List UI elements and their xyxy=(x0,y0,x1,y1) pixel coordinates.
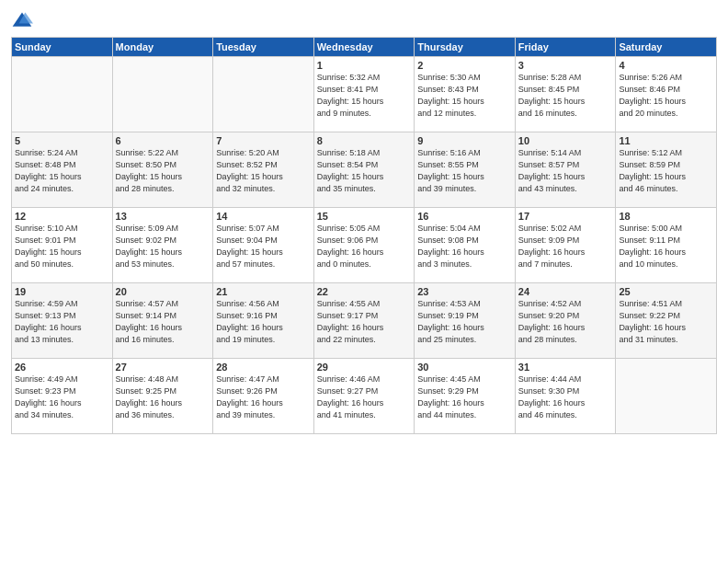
calendar-week-row: 5Sunrise: 5:24 AM Sunset: 8:48 PM Daylig… xyxy=(12,132,717,208)
day-number: 21 xyxy=(216,286,311,297)
day-number: 11 xyxy=(619,135,713,146)
calendar-cell: 21Sunrise: 4:56 AM Sunset: 9:16 PM Dayli… xyxy=(213,283,314,359)
day-number: 18 xyxy=(619,211,713,222)
day-info: Sunrise: 5:02 AM Sunset: 9:09 PM Dayligh… xyxy=(518,223,613,270)
calendar-cell: 11Sunrise: 5:12 AM Sunset: 8:59 PM Dayli… xyxy=(616,132,717,208)
calendar-cell: 30Sunrise: 4:45 AM Sunset: 9:29 PM Dayli… xyxy=(415,359,516,434)
calendar-cell: 19Sunrise: 4:59 AM Sunset: 9:13 PM Dayli… xyxy=(12,283,113,359)
day-number: 13 xyxy=(116,211,210,222)
day-number: 12 xyxy=(15,211,109,222)
day-info: Sunrise: 5:20 AM Sunset: 8:52 PM Dayligh… xyxy=(216,147,311,195)
day-number: 16 xyxy=(417,211,512,222)
calendar-cell: 28Sunrise: 4:47 AM Sunset: 9:26 PM Dayli… xyxy=(213,359,314,434)
day-number: 19 xyxy=(15,286,109,297)
calendar-cell: 26Sunrise: 4:49 AM Sunset: 9:23 PM Dayli… xyxy=(12,359,113,434)
calendar-cell: 15Sunrise: 5:05 AM Sunset: 9:06 PM Dayli… xyxy=(313,208,415,283)
calendar-cell: 6Sunrise: 5:22 AM Sunset: 8:50 PM Daylig… xyxy=(112,132,213,208)
calendar-cell: 17Sunrise: 5:02 AM Sunset: 9:09 PM Dayli… xyxy=(515,208,616,283)
day-number: 5 xyxy=(15,135,109,146)
weekday-header-thursday: Thursday xyxy=(415,38,516,57)
calendar-cell: 12Sunrise: 5:10 AM Sunset: 9:01 PM Dayli… xyxy=(12,208,113,283)
calendar-cell xyxy=(616,359,717,434)
day-info: Sunrise: 4:47 AM Sunset: 9:26 PM Dayligh… xyxy=(216,373,311,421)
day-info: Sunrise: 4:56 AM Sunset: 9:16 PM Dayligh… xyxy=(216,298,311,346)
day-info: Sunrise: 4:59 AM Sunset: 9:13 PM Dayligh… xyxy=(15,298,109,346)
calendar-cell: 16Sunrise: 5:04 AM Sunset: 9:08 PM Dayli… xyxy=(415,208,516,283)
day-info: Sunrise: 4:45 AM Sunset: 9:29 PM Dayligh… xyxy=(417,373,512,421)
day-info: Sunrise: 4:53 AM Sunset: 9:19 PM Dayligh… xyxy=(417,298,512,346)
day-number: 9 xyxy=(417,135,512,146)
day-number: 23 xyxy=(417,286,512,297)
day-info: Sunrise: 5:05 AM Sunset: 9:06 PM Dayligh… xyxy=(317,223,412,270)
calendar-week-row: 1Sunrise: 5:32 AM Sunset: 8:41 PM Daylig… xyxy=(12,57,717,132)
day-info: Sunrise: 5:00 AM Sunset: 9:11 PM Dayligh… xyxy=(619,223,713,270)
weekday-header-tuesday: Tuesday xyxy=(213,38,314,57)
day-info: Sunrise: 5:04 AM Sunset: 9:08 PM Dayligh… xyxy=(417,223,512,270)
header xyxy=(11,9,717,31)
calendar-cell: 2Sunrise: 5:30 AM Sunset: 8:43 PM Daylig… xyxy=(415,57,516,132)
day-info: Sunrise: 5:24 AM Sunset: 8:48 PM Dayligh… xyxy=(15,147,109,195)
calendar-cell: 23Sunrise: 4:53 AM Sunset: 9:19 PM Dayli… xyxy=(415,283,516,359)
calendar-cell: 29Sunrise: 4:46 AM Sunset: 9:27 PM Dayli… xyxy=(313,359,415,434)
day-info: Sunrise: 5:09 AM Sunset: 9:02 PM Dayligh… xyxy=(116,223,210,270)
weekday-header-saturday: Saturday xyxy=(616,38,717,57)
calendar-cell: 24Sunrise: 4:52 AM Sunset: 9:20 PM Dayli… xyxy=(515,283,616,359)
calendar-cell: 13Sunrise: 5:09 AM Sunset: 9:02 PM Dayli… xyxy=(112,208,213,283)
day-info: Sunrise: 5:18 AM Sunset: 8:54 PM Dayligh… xyxy=(317,147,412,195)
day-info: Sunrise: 5:32 AM Sunset: 8:41 PM Dayligh… xyxy=(317,72,412,120)
day-number: 6 xyxy=(116,135,210,146)
day-number: 14 xyxy=(216,211,311,222)
calendar-cell: 22Sunrise: 4:55 AM Sunset: 9:17 PM Dayli… xyxy=(313,283,415,359)
logo xyxy=(11,9,37,31)
calendar-table: SundayMondayTuesdayWednesdayThursdayFrid… xyxy=(11,37,717,434)
calendar-cell: 31Sunrise: 4:44 AM Sunset: 9:30 PM Dayli… xyxy=(515,359,616,434)
calendar-cell: 8Sunrise: 5:18 AM Sunset: 8:54 PM Daylig… xyxy=(313,132,415,208)
day-number: 7 xyxy=(216,135,311,146)
weekday-header-sunday: Sunday xyxy=(12,38,113,57)
day-number: 27 xyxy=(116,362,210,373)
day-number: 31 xyxy=(518,362,613,373)
day-info: Sunrise: 4:49 AM Sunset: 9:23 PM Dayligh… xyxy=(15,373,109,421)
day-number: 17 xyxy=(518,211,613,222)
day-number: 30 xyxy=(417,362,512,373)
day-info: Sunrise: 5:10 AM Sunset: 9:01 PM Dayligh… xyxy=(15,223,109,270)
day-info: Sunrise: 4:48 AM Sunset: 9:25 PM Dayligh… xyxy=(116,373,210,421)
day-info: Sunrise: 4:46 AM Sunset: 9:27 PM Dayligh… xyxy=(317,373,412,421)
day-number: 15 xyxy=(317,211,412,222)
calendar-cell: 10Sunrise: 5:14 AM Sunset: 8:57 PM Dayli… xyxy=(515,132,616,208)
weekday-header-wednesday: Wednesday xyxy=(313,38,415,57)
calendar-cell: 14Sunrise: 5:07 AM Sunset: 9:04 PM Dayli… xyxy=(213,208,314,283)
calendar-cell: 4Sunrise: 5:26 AM Sunset: 8:46 PM Daylig… xyxy=(616,57,717,132)
calendar-cell xyxy=(112,57,213,132)
day-info: Sunrise: 4:55 AM Sunset: 9:17 PM Dayligh… xyxy=(317,298,412,346)
day-info: Sunrise: 5:22 AM Sunset: 8:50 PM Dayligh… xyxy=(116,147,210,195)
day-info: Sunrise: 5:07 AM Sunset: 9:04 PM Dayligh… xyxy=(216,223,311,270)
calendar-cell xyxy=(12,57,113,132)
day-number: 26 xyxy=(15,362,109,373)
day-number: 1 xyxy=(317,60,412,71)
day-info: Sunrise: 5:16 AM Sunset: 8:55 PM Dayligh… xyxy=(417,147,512,195)
calendar-cell: 3Sunrise: 5:28 AM Sunset: 8:45 PM Daylig… xyxy=(515,57,616,132)
day-number: 4 xyxy=(619,60,713,71)
calendar-cell: 7Sunrise: 5:20 AM Sunset: 8:52 PM Daylig… xyxy=(213,132,314,208)
day-info: Sunrise: 4:57 AM Sunset: 9:14 PM Dayligh… xyxy=(116,298,210,346)
day-info: Sunrise: 5:30 AM Sunset: 8:43 PM Dayligh… xyxy=(417,72,512,120)
calendar-cell: 20Sunrise: 4:57 AM Sunset: 9:14 PM Dayli… xyxy=(112,283,213,359)
day-info: Sunrise: 4:52 AM Sunset: 9:20 PM Dayligh… xyxy=(518,298,613,346)
day-info: Sunrise: 5:14 AM Sunset: 8:57 PM Dayligh… xyxy=(518,147,613,195)
day-info: Sunrise: 5:28 AM Sunset: 8:45 PM Dayligh… xyxy=(518,72,613,120)
calendar-cell: 9Sunrise: 5:16 AM Sunset: 8:55 PM Daylig… xyxy=(415,132,516,208)
calendar-cell: 27Sunrise: 4:48 AM Sunset: 9:25 PM Dayli… xyxy=(112,359,213,434)
day-number: 24 xyxy=(518,286,613,297)
weekday-header-monday: Monday xyxy=(112,38,213,57)
logo-icon xyxy=(11,9,33,31)
day-info: Sunrise: 5:26 AM Sunset: 8:46 PM Dayligh… xyxy=(619,72,713,120)
calendar-week-row: 12Sunrise: 5:10 AM Sunset: 9:01 PM Dayli… xyxy=(12,208,717,283)
calendar-page: SundayMondayTuesdayWednesdayThursdayFrid… xyxy=(0,0,728,563)
day-info: Sunrise: 4:44 AM Sunset: 9:30 PM Dayligh… xyxy=(518,373,613,421)
day-info: Sunrise: 5:12 AM Sunset: 8:59 PM Dayligh… xyxy=(619,147,713,195)
calendar-cell: 25Sunrise: 4:51 AM Sunset: 9:22 PM Dayli… xyxy=(616,283,717,359)
day-info: Sunrise: 4:51 AM Sunset: 9:22 PM Dayligh… xyxy=(619,298,713,346)
day-number: 25 xyxy=(619,286,713,297)
day-number: 10 xyxy=(518,135,613,146)
